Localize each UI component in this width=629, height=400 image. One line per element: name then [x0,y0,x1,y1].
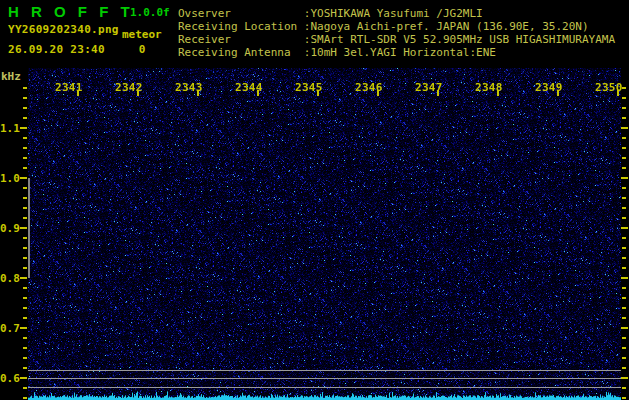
time-tick-mark [257,90,259,96]
time-tick-mark [317,90,319,96]
app-version: 1.0.0f [130,6,170,19]
freq-minor-tick-right [622,267,626,269]
station-info: Ovserver:YOSHIKAWA Yasufumi /JG2MLI Rece… [178,7,615,59]
freq-minor-tick-left [23,187,27,189]
freq-minor-tick-left [23,387,27,389]
freq-minor-tick-left [23,397,27,399]
reference-line-upper [28,370,621,371]
freq-tick-label: 0.8 [0,272,19,285]
antenna-value: :10mH 3el.YAGI Horizontal:ENE [304,46,496,59]
antenna-label: Receiving Antenna [178,46,304,59]
freq-minor-tick-right [622,147,626,149]
freq-minor-tick-left [23,157,27,159]
freq-minor-tick-right [622,257,626,259]
station-info-row-receiver: Receiver:SMArt RTL-SDR V5 52.905MHz USB … [178,33,615,46]
freq-tick-label: 0.6 [0,372,19,385]
freq-major-tick-left [20,177,27,179]
output-filename: YY2609202340.png [8,23,119,36]
freq-minor-tick-right [622,357,626,359]
freq-minor-tick-right [622,287,626,289]
freq-minor-tick-right [622,87,626,89]
freq-minor-tick-right [622,397,626,399]
observer-value: :YOSHIKAWA Yasufumi /JG2MLI [304,7,483,20]
time-tick-mark [77,90,79,96]
freq-minor-tick-left [23,237,27,239]
freq-major-tick-right [621,327,628,329]
receiver-label: Receiver [178,33,304,46]
freq-major-tick-right [621,377,628,379]
freq-minor-tick-left [23,317,27,319]
freq-minor-tick-left [23,337,27,339]
freq-minor-tick-left [23,367,27,369]
receiver-value: :SMArt RTL-SDR V5 52.905MHz USB HIGASHIM… [304,33,615,46]
freq-minor-tick-left [23,167,27,169]
location-label: Receiving Location [178,20,304,33]
freq-tick-label: 1.0 [0,172,19,185]
freq-minor-tick-right [622,307,626,309]
freq-minor-tick-right [622,117,626,119]
freq-major-tick-left [20,377,27,379]
freq-minor-tick-right [622,137,626,139]
freq-minor-tick-left [23,207,27,209]
freq-major-tick-left [20,277,27,279]
freq-minor-tick-right [622,107,626,109]
freq-minor-tick-left [23,137,27,139]
freq-minor-tick-left [23,117,27,119]
spectrogram-canvas [28,68,621,400]
freq-minor-tick-left [23,107,27,109]
observer-label: Ovserver [178,7,304,20]
time-tick-mark [557,90,559,96]
freq-minor-tick-right [622,247,626,249]
freq-minor-tick-right [622,387,626,389]
freq-minor-tick-left [23,217,27,219]
time-tick-mark [197,90,199,96]
freq-minor-tick-left [23,297,27,299]
time-tick-mark [437,90,439,96]
timestamp: 26.09.20 23:40 [8,43,105,56]
reference-line-lower [28,387,621,388]
freq-minor-tick-left [23,287,27,289]
freq-major-tick-right [621,227,628,229]
freq-minor-tick-right [622,217,626,219]
freq-minor-tick-left [23,197,27,199]
freq-major-tick-left [20,227,27,229]
freq-major-tick-left [20,127,27,129]
freq-minor-tick-right [622,187,626,189]
station-info-row-location: Receiving Location:Nagoya Aichi-pref. JA… [178,20,615,33]
freq-minor-tick-left [23,267,27,269]
freq-minor-tick-right [622,367,626,369]
freq-major-tick-right [621,177,628,179]
freq-minor-tick-left [23,87,27,89]
hrofft-window: H R O F F T 1.0.0f YY2609202340.png mete… [0,0,629,400]
freq-major-tick-left [20,327,27,329]
freq-major-tick-right [621,277,628,279]
time-tick-mark [497,90,499,96]
time-tick-mark [617,90,619,96]
freq-tick-label: 1.1 [0,122,19,135]
freq-minor-tick-left [23,147,27,149]
station-info-row-observer: Ovserver:YOSHIKAWA Yasufumi /JG2MLI [178,7,615,20]
freq-minor-tick-right [622,297,626,299]
freq-minor-tick-left [23,347,27,349]
freq-minor-tick-left [23,357,27,359]
freq-minor-tick-right [622,237,626,239]
freq-minor-tick-right [622,317,626,319]
freq-minor-tick-right [622,197,626,199]
mode-label: meteor [122,28,162,41]
reference-line-middle [28,378,621,379]
freq-minor-tick-right [622,207,626,209]
freq-tick-label: 0.7 [0,322,19,335]
freq-tick-label: 0.9 [0,222,19,235]
freq-minor-tick-right [622,167,626,169]
meteor-echo-count: 0 [122,43,162,56]
freq-major-tick-right [621,127,628,129]
time-tick-mark [377,90,379,96]
location-value: :Nagoya Aichi-pref. JAPAN (136.90E, 35.2… [304,20,589,33]
freq-minor-tick-right [622,97,626,99]
app-title: H R O F F T [8,3,134,20]
freq-minor-tick-left [23,97,27,99]
station-info-row-antenna: Receiving Antenna:10mH 3el.YAGI Horizont… [178,46,615,59]
freq-minor-tick-right [622,337,626,339]
left-edge-marker-line [28,178,30,278]
freq-axis-unit-label: kHz [1,70,21,83]
